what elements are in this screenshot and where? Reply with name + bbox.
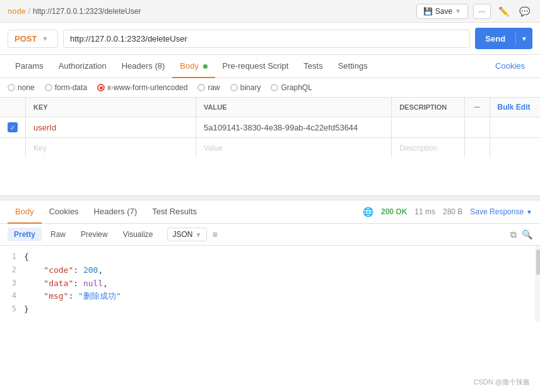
code-content-5: } [24,303,29,316]
radio-graphql[interactable]: GraphQL [271,83,312,92]
tab-authorization[interactable]: Authorization [51,55,114,78]
empty-key-cell[interactable]: Key [26,138,196,158]
format-tab-pretty[interactable]: Pretty [8,228,42,241]
response-status-area: 🌐 200 OK 11 ms 280 B Save Response ▼ [363,207,532,217]
search-icon[interactable]: 🔍 [522,229,532,239]
separator: / [28,7,30,16]
tab-settings[interactable]: Settings [331,55,375,78]
row-key-cell[interactable]: userId [26,117,196,138]
json-format-label: JSON [173,230,193,239]
radio-form-data-dot [45,84,52,91]
response-tab-body[interactable]: Body [8,200,42,224]
json-format-select[interactable]: JSON ▼ [167,228,208,241]
row-bulkedit-cell [490,117,540,138]
response-format-row: Pretty Raw Preview Visualize JSON ▼ ≡ ⧉ … [0,224,540,246]
method-label: POST [15,34,37,43]
copy-icon[interactable]: ⧉ [510,229,517,240]
code-line-4: 4 "msg": "删除成功" [0,290,540,303]
code-content-3: "data": null, [24,277,108,291]
line-num-2: 2 [5,264,24,276]
save-chevron-icon: ▼ [455,8,461,14]
radio-form-data[interactable]: form-data [45,83,87,92]
radio-raw-dot [197,84,205,91]
radio-graphql-dot [271,84,278,91]
row-value: 5a109141-3830-4e38-99ab-4c22efd53644 [204,123,358,132]
th-bulk-edit: Bulk Edit [490,98,540,117]
radio-graphql-label: GraphQL [281,83,312,92]
body-active-dot [203,64,208,69]
section-divider [0,195,540,200]
radio-form-data-label: form-data [55,83,87,92]
kv-table: KEY VALUE DESCRIPTION ··· Bulk Edit user… [0,98,540,158]
body-type-row: none form-data x-www-form-urlencoded raw… [0,78,540,98]
tab-tests[interactable]: Tests [296,55,330,78]
response-tab-headers[interactable]: Headers (7) [86,200,145,224]
top-bar: node / http://127.0.0.1:2323/deleteUser … [0,0,540,23]
spacer [0,158,540,195]
method-chevron-icon: ▼ [42,35,48,42]
row-description-cell[interactable] [392,117,464,138]
more-button[interactable]: ··· [473,4,491,19]
description-placeholder: Description [399,144,437,153]
edit-icon-button[interactable]: ✏️ [496,4,512,19]
tab-prerequest[interactable]: Pre-request Script [215,55,296,78]
th-more: ··· [464,98,490,117]
code-area: 1 { 2 "code": 200, 3 "data": null, 4 "m [0,246,540,321]
bulk-edit-button[interactable]: Bulk Edit [498,103,531,112]
request-bar: POST ▼ Send ▼ [0,23,540,55]
comment-icon-button[interactable]: 💬 [517,4,532,19]
watermark: CSDN @撒个辣酱 [474,378,530,387]
empty-bulkedit-cell [490,138,540,158]
value-placeholder: Value [204,144,223,153]
th-key: KEY [26,98,196,117]
table-empty-row: Key Value Description [0,138,540,158]
code-line-1: 1 { [0,251,540,264]
tab-body[interactable]: Body [172,55,214,78]
save-label: Save [435,7,452,16]
code-line-2: 2 "code": 200, [0,264,540,277]
url-input[interactable] [63,30,470,48]
status-size: 280 B [443,207,462,216]
save-response-button[interactable]: Save Response ▼ [470,207,532,216]
comment-icon: 💬 [519,6,530,16]
save-response-chevron-icon: ▼ [526,209,532,216]
radio-urlencoded[interactable]: x-www-form-urlencoded [97,83,187,92]
scrollbar-track[interactable] [535,246,540,321]
radio-none[interactable]: none [8,83,35,92]
tab-cookies[interactable]: Cookies [488,55,532,78]
globe-icon: 🌐 [363,207,373,217]
response-tab-cookies[interactable]: Cookies [42,200,86,224]
wrap-icon[interactable]: ≡ [212,229,217,239]
radio-raw[interactable]: raw [197,83,220,92]
code-content-1: { [24,251,29,264]
empty-value-cell[interactable]: Value [196,138,392,158]
topbar-actions: 💾 Save ▼ ··· ✏️ 💬 [416,4,532,19]
code-content-2: "code": 200, [24,264,103,277]
row-value-cell[interactable]: 5a109141-3830-4e38-99ab-4c22efd53644 [196,117,392,138]
breadcrumb: node / http://127.0.0.1:2323/deleteUser [8,7,141,16]
checkbox-checked [8,122,18,132]
tab-params[interactable]: Params [8,55,51,78]
line-num-3: 3 [5,277,24,289]
radio-raw-label: raw [208,83,220,92]
node-label: node [8,7,26,16]
format-tab-visualize[interactable]: Visualize [117,228,160,241]
code-line-3: 3 "data": null, [0,277,540,291]
format-tab-preview[interactable]: Preview [74,228,114,241]
response-tab-test-results[interactable]: Test Results [144,200,204,224]
format-tab-raw[interactable]: Raw [44,228,72,241]
save-response-label: Save Response [470,207,524,216]
row-checkbox-cell[interactable] [0,117,26,138]
radio-urlencoded-dot [97,84,105,91]
tab-headers[interactable]: Headers (8) [114,55,173,78]
kv-table-container: KEY VALUE DESCRIPTION ··· Bulk Edit user… [0,98,540,158]
code-line-5: 5 } [0,303,540,316]
radio-binary[interactable]: binary [230,83,261,92]
line-num-1: 1 [5,251,24,263]
method-select[interactable]: POST ▼ [8,30,58,48]
send-label: Send [475,34,515,43]
empty-description-cell[interactable]: Description [392,138,464,158]
save-button[interactable]: 💾 Save ▼ [416,4,468,19]
json-chevron-icon: ▼ [196,231,202,238]
send-button[interactable]: Send ▼ [475,28,532,49]
